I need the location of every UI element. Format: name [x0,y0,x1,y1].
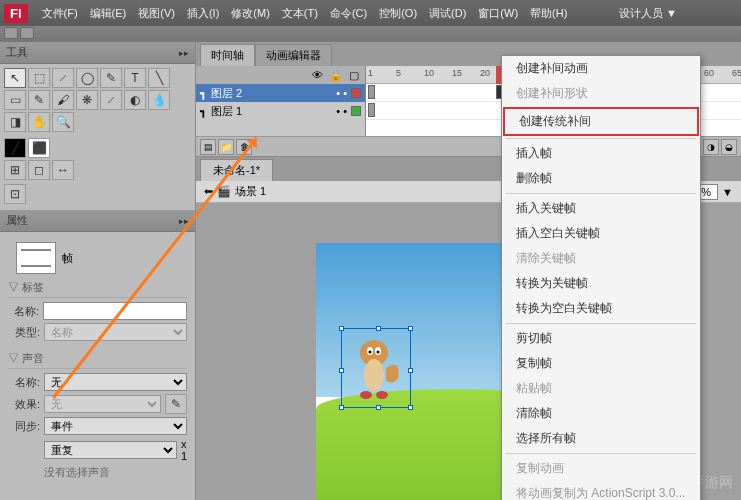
designer-dropdown[interactable]: 设计人员 ▼ [619,6,737,21]
tool-text[interactable]: T [124,68,146,88]
context-menu-item[interactable]: 插入空白关键帧 [502,221,700,246]
frame-icon [16,242,56,274]
menu-commands[interactable]: 命令(C) [324,2,373,25]
tool-opt3[interactable]: ↔ [52,160,74,180]
context-menu-item[interactable]: 剪切帧 [502,326,700,351]
context-menu-item[interactable]: 转换为空白关键帧 [502,296,700,321]
menu-file[interactable]: 文件(F) [36,2,84,25]
context-menu-item[interactable]: 插入关键帧 [502,196,700,221]
context-menu-item: 将动画复制为 ActionScript 3.0... [502,481,700,500]
tools-panel: ↖⬚⟋◯✎T╲ ▭✎🖌❋⟋◐💧 ◨✋🔍 ╱⬛ ⊞◻↔ ⊡ [0,64,195,210]
sound-name-label: 名称: [8,375,40,390]
context-menu-item[interactable]: 清除帧 [502,401,700,426]
tool-zoom[interactable]: 🔍 [52,112,74,132]
tab-timeline[interactable]: 时间轴 [200,44,255,66]
tool-brush[interactable]: 🖌 [52,90,74,110]
ruler-tick: 10 [424,68,434,78]
tool-transform[interactable]: ⟋ [52,68,74,88]
context-menu-item[interactable]: 转换为关键帧 [502,271,700,296]
fill-color[interactable]: ⬛ [28,138,50,158]
layer-name: 图层 2 [211,86,242,101]
tool-line[interactable]: ╲ [148,68,170,88]
context-menu-item: 复制动画 [502,456,700,481]
tool-bone[interactable]: ⟋ [100,90,122,110]
tool-rect[interactable]: ▭ [4,90,26,110]
context-menu-item[interactable]: 复制帧 [502,351,700,376]
tool-selection[interactable]: ↖ [4,68,26,88]
menu-text[interactable]: 文本(T) [276,2,324,25]
context-menu-item: 创建补间形状 [502,81,700,106]
tool-eraser[interactable]: ◨ [4,112,26,132]
menu-edit[interactable]: 编辑(E) [84,2,133,25]
selection-box[interactable] [341,328,411,408]
repeat-select[interactable]: 重复 [44,441,177,459]
ws-btn[interactable] [20,27,34,39]
sync-label: 同步: [8,419,40,434]
repeat-count: x 1 [181,438,187,462]
context-menu: 创建补间动画创建补间形状创建传统补间插入帧删除帧插入关键帧插入空白关键帧清除关键… [501,55,701,500]
tool-deco[interactable]: ❋ [76,90,98,110]
section-sound[interactable]: ▽ 声音 [8,349,187,369]
menu-bar: Fl 文件(F) 编辑(E) 视图(V) 插入(I) 修改(M) 文本(T) 命… [0,0,741,26]
context-menu-item[interactable]: 插入帧 [502,141,700,166]
menu-separator [506,193,696,194]
layer-row[interactable]: ┓图层 2• • [196,84,365,102]
object-type: 帧 [62,251,73,266]
menu-insert[interactable]: 插入(I) [181,2,225,25]
workspace-strip [0,26,741,42]
type-select[interactable]: 名称 [44,323,187,341]
zoom-dropdown[interactable]: ▼ [722,186,733,198]
ruler-tick: 15 [452,68,462,78]
context-menu-item[interactable]: 删除帧 [502,166,700,191]
context-menu-item[interactable]: 选择所有帧 [502,426,700,451]
context-menu-item: 清除关键帧 [502,246,700,271]
tools-header: 工具▸▸ [0,42,195,64]
highlighted-item: 创建传统补间 [503,107,699,136]
ruler-tick: 60 [704,68,714,78]
app-logo: Fl [4,4,28,23]
menu-separator [506,323,696,324]
new-folder-button[interactable]: 📁 [218,139,234,155]
tab-motion-editor[interactable]: 动画编辑器 [255,44,332,66]
new-layer-button[interactable]: ▤ [200,139,216,155]
tool-pencil[interactable]: ✎ [28,90,50,110]
menu-help[interactable]: 帮助(H) [524,2,573,25]
tool-opt1[interactable]: ⊞ [4,160,26,180]
tool-pen[interactable]: ✎ [100,68,122,88]
effect-select[interactable]: 无 [44,395,161,413]
menu-modify[interactable]: 修改(M) [225,2,276,25]
onion-outline-button[interactable]: ◑ [703,139,719,155]
edit-multi-button[interactable]: ◒ [721,139,737,155]
tool-opt2[interactable]: ◻ [28,160,50,180]
tool-lasso[interactable]: ◯ [76,68,98,88]
tool-bucket[interactable]: ◐ [124,90,146,110]
ruler-tick: 1 [368,68,373,78]
layer-name: 图层 1 [211,104,242,119]
sync-select[interactable]: 事件 [44,417,187,435]
tool-hand[interactable]: ✋ [28,112,50,132]
tool-subselect[interactable]: ⬚ [28,68,50,88]
snap-toggle[interactable]: ⊡ [4,184,26,204]
layer-row[interactable]: ┓图层 1• • [196,102,365,120]
lock-icon[interactable]: 🔒 [329,69,343,82]
eye-icon[interactable]: 👁 [312,69,323,81]
type-label: 类型: [8,325,40,340]
menu-window[interactable]: 窗口(W) [472,2,524,25]
effect-label: 效果: [8,397,40,412]
effect-edit-button[interactable]: ✎ [165,394,187,414]
outline-icon[interactable]: ▢ [349,69,359,82]
menu-debug[interactable]: 调试(D) [423,2,472,25]
context-menu-item[interactable]: 创建传统补间 [505,109,697,134]
tool-eyedrop[interactable]: 💧 [148,90,170,110]
stroke-color[interactable]: ╱ [4,138,26,158]
menu-separator [506,453,696,454]
name-label: 名称: [8,304,39,319]
section-label[interactable]: ▽ 标签 [8,278,187,298]
ruler-tick: 5 [396,68,401,78]
ruler-tick: 65 [732,68,741,78]
menu-view[interactable]: 视图(V) [132,2,181,25]
scene-name[interactable]: 场景 1 [235,184,266,199]
context-menu-item[interactable]: 创建补间动画 [502,56,700,81]
ws-btn[interactable] [4,27,18,39]
menu-control[interactable]: 控制(O) [373,2,423,25]
